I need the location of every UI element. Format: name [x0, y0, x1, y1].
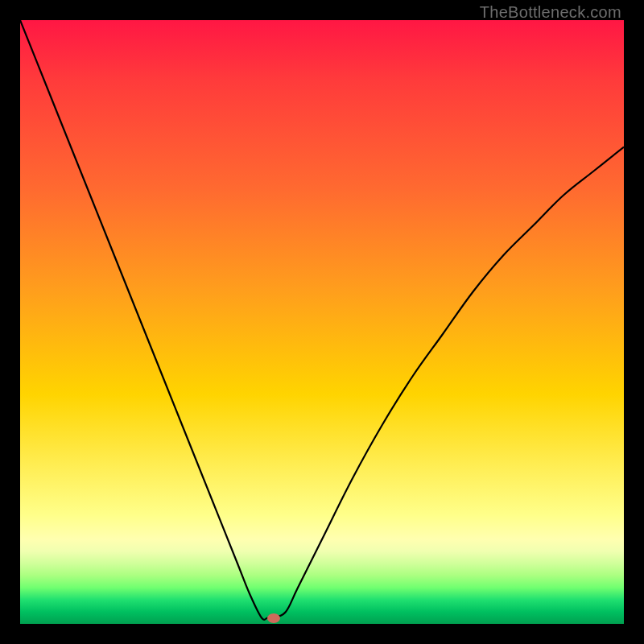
watermark-text: TheBottleneck.com: [480, 3, 621, 22]
plot-area: [20, 20, 624, 624]
bottleneck-curve-right: [274, 147, 624, 618]
optimal-point-marker: [267, 613, 280, 623]
chart-container: TheBottleneck.com: [0, 0, 644, 644]
bottleneck-curve-left: [20, 20, 274, 620]
curve-layer: [20, 20, 624, 624]
